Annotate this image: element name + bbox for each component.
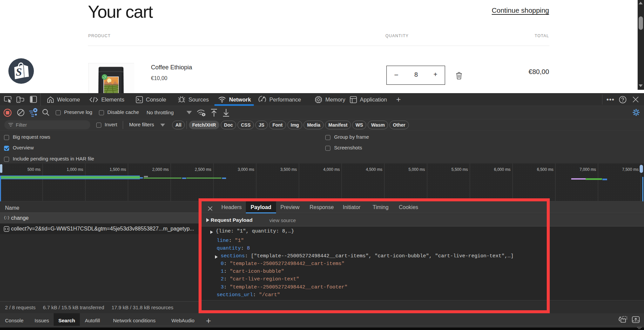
svg-text:S: S [16,66,22,78]
